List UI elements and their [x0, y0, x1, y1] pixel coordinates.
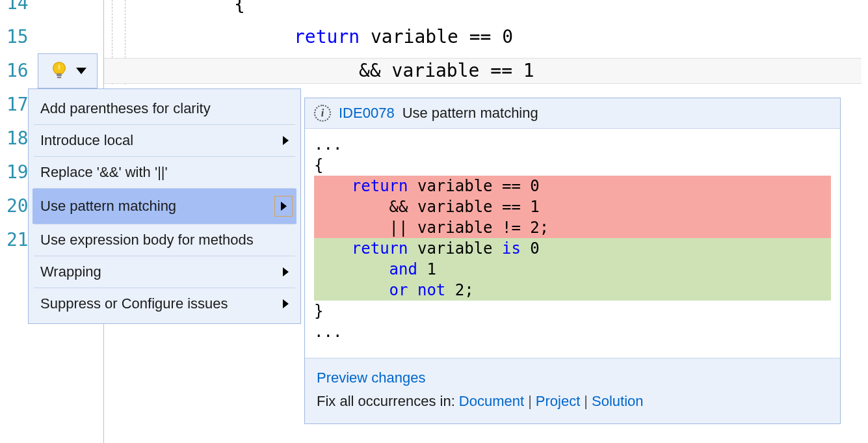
quick-actions-button[interactable]: [38, 53, 98, 88]
separator: |: [528, 393, 532, 409]
menu-item-expression-body[interactable]: Use expression body for methods: [33, 224, 296, 256]
diff-context-line: ...: [314, 134, 831, 155]
fix-document-link[interactable]: Document: [459, 393, 524, 409]
line-number: 19: [7, 161, 29, 183]
fix-solution-link[interactable]: Solution: [592, 393, 644, 409]
line-number: 20: [7, 195, 29, 217]
diff-added-line: return variable is 0: [314, 238, 831, 259]
svg-rect-0: [57, 74, 62, 76]
preview-footer: Preview changes Fix all occurrences in: …: [305, 358, 840, 423]
svg-rect-1: [57, 77, 62, 79]
line-number: 21: [7, 229, 29, 250]
info-icon: i: [314, 105, 331, 122]
menu-item-label: Suppress or Configure issues: [40, 295, 228, 312]
menu-item-label: Use pattern matching: [40, 198, 176, 215]
diff-added-line: and 1: [314, 259, 831, 280]
menu-item-add-parentheses[interactable]: Add parentheses for clarity: [33, 93, 296, 124]
line-number: 17: [7, 94, 29, 115]
code-line: return variable == 0: [294, 26, 513, 47]
menu-item-suppress-configure[interactable]: Suppress or Configure issues: [33, 288, 296, 319]
diagnostic-message: Use pattern matching: [402, 105, 538, 122]
separator: |: [584, 393, 588, 409]
chevron-right-icon: [283, 136, 289, 145]
diff-removed-line: return variable == 0: [314, 176, 831, 196]
chevron-right-icon: [281, 202, 287, 211]
submenu-indicator: [274, 196, 293, 217]
diff-added-line: or not 2;: [314, 280, 831, 301]
menu-item-use-pattern-matching[interactable]: Use pattern matching: [33, 189, 296, 224]
menu-item-label: Wrapping: [40, 263, 101, 280]
menu-item-label: Introduce local: [40, 132, 133, 149]
fix-all-label: Fix all occurrences in:: [317, 393, 459, 409]
menu-item-replace-and-or[interactable]: Replace '&&' with '||': [33, 157, 296, 188]
preview-header: i IDE0078 Use pattern matching: [305, 98, 840, 129]
fix-project-link[interactable]: Project: [536, 393, 580, 409]
line-number: 18: [7, 128, 29, 149]
preview-panel: i IDE0078 Use pattern matching ... { ret…: [304, 98, 841, 424]
quick-actions-menu: Add parentheses for clarity Introduce lo…: [28, 88, 301, 324]
code-line: {: [234, 0, 245, 15]
menu-item-label: Add parentheses for clarity: [40, 100, 211, 117]
menu-item-wrapping[interactable]: Wrapping: [33, 256, 296, 288]
preview-changes-link[interactable]: Preview changes: [317, 369, 426, 386]
diff-context-line: }: [314, 301, 831, 321]
diagnostic-id[interactable]: IDE0078: [339, 105, 395, 122]
diff-preview: ... { return variable == 0 && variable =…: [305, 129, 840, 358]
diff-context-line: ...: [314, 321, 831, 342]
chevron-right-icon: [283, 267, 289, 276]
menu-item-label: Replace '&&' with '||': [40, 164, 168, 181]
chevron-down-icon: [76, 68, 86, 74]
line-number: 14: [7, 0, 29, 14]
line-number: 16: [7, 60, 29, 81]
diff-context-line: {: [314, 155, 831, 176]
menu-item-introduce-local[interactable]: Introduce local: [33, 125, 296, 156]
lightbulb-icon: [49, 60, 70, 81]
code-line: && variable == 1: [359, 60, 534, 81]
chevron-right-icon: [283, 299, 289, 308]
diff-removed-line: && variable == 1: [314, 196, 831, 217]
diff-removed-line: || variable != 2;: [314, 217, 831, 238]
line-number: 15: [7, 26, 29, 47]
menu-item-label: Use expression body for methods: [40, 232, 254, 248]
